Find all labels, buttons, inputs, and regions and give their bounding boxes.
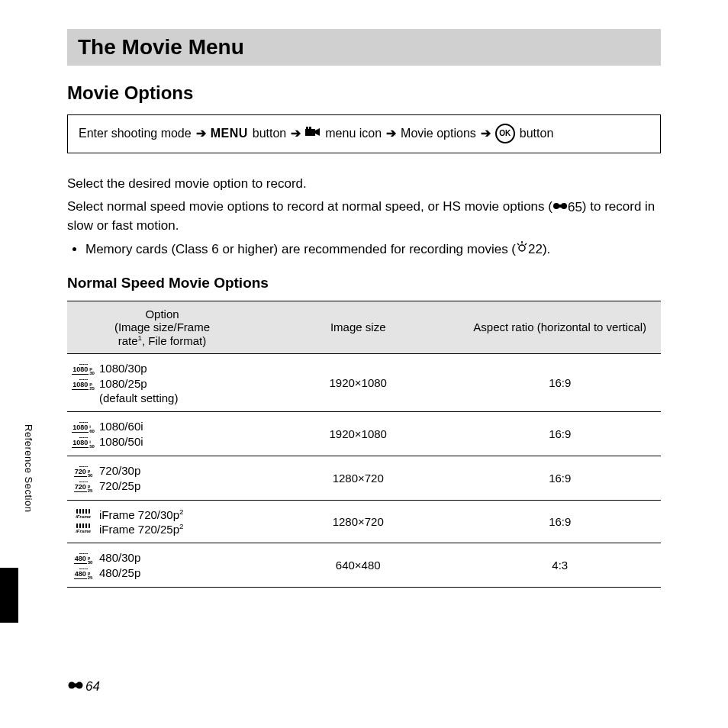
option-label: 1080/25p: [99, 377, 147, 390]
option-label: 1080/60i: [99, 420, 143, 433]
link-icon: [67, 679, 84, 694]
cross-ref-link[interactable]: 65: [552, 198, 582, 217]
side-tab-label: Reference Section: [23, 424, 34, 512]
p2-ref-num: 65: [568, 198, 582, 217]
bullet1-b: ).: [543, 242, 550, 256]
svg-rect-3: [309, 127, 311, 129]
option-line: - - - - -1080i601080/60i: [72, 419, 250, 433]
cell-option: - - - - -480p30480/30p- - - - -480p25480…: [67, 543, 257, 587]
bullet1-ref: 22: [528, 240, 543, 259]
option-label: 1080/30p: [99, 362, 147, 375]
menu-button-label: MENU: [211, 123, 248, 145]
page-number-value: 64: [85, 679, 100, 694]
arrow-icon: ➔: [291, 123, 301, 145]
cell-aspect-ratio: 4:3: [459, 543, 661, 587]
cell-aspect-ratio: 16:9: [459, 500, 661, 543]
cell-aspect-ratio: 16:9: [459, 411, 661, 456]
cell-image-size: 1280×720: [257, 456, 459, 500]
resolution-chip-icon: - - - - -720p25: [72, 478, 95, 493]
option-label: iFrame 720/25p2: [99, 522, 184, 536]
svg-line-10: [525, 243, 527, 245]
iframe-chip-icon: iFrame: [72, 523, 95, 533]
table-row: - - - - -1080i601080/60i- - - - -1080i50…: [67, 411, 661, 456]
option-line: - - - - -1080p301080/30p: [72, 361, 250, 375]
col-header-aspect-ratio: Aspect ratio (horizontal to vertical): [459, 301, 661, 353]
h1-l2c: , File format): [142, 334, 206, 347]
lightbulb-icon: [516, 240, 528, 259]
arrow-icon: ➔: [196, 123, 206, 145]
svg-rect-13: [72, 684, 79, 688]
option-note: (default setting): [72, 391, 250, 404]
arrow-icon: ➔: [481, 123, 491, 145]
table-row: - - - - -480p30480/30p- - - - -480p25480…: [67, 543, 661, 587]
cell-option: - - - - -720p30720/30p- - - - -720p25720…: [67, 456, 257, 500]
table-row: iFrameiFrame 720/30p2iFrameiFrame 720/25…: [67, 500, 661, 543]
cell-image-size: 1280×720: [257, 500, 459, 543]
h1-l1: Option: [145, 308, 179, 321]
resolution-chip-icon: - - - - -1080p25: [72, 376, 95, 391]
cell-aspect-ratio: 16:9: [459, 353, 661, 411]
svg-line-9: [517, 243, 519, 245]
option-line: - - - - -1080p251080/25p: [72, 376, 250, 391]
resolution-chip-icon: - - - - -480p25: [72, 565, 95, 580]
option-label: 480/30p: [99, 551, 140, 564]
option-label: 720/25p: [99, 479, 140, 492]
col-header-option: Option (Image size/Frame rate1, File for…: [67, 301, 257, 353]
resolution-chip-icon: - - - - -1080i50: [72, 434, 95, 449]
svg-rect-0: [305, 129, 315, 136]
svg-rect-6: [556, 205, 564, 208]
subsection-title: Movie Options: [67, 82, 661, 104]
col-header-image-size: Image size: [257, 301, 459, 353]
option-line: iFrameiFrame 720/30p2: [72, 507, 250, 521]
cell-image-size: 1920×1080: [257, 353, 459, 411]
p2-part-a: Select normal speed movie options to rec…: [67, 199, 552, 214]
navigation-path-box: Enter shooting mode ➔ MENU button ➔ menu…: [67, 114, 661, 153]
option-label: 1080/50i: [99, 435, 143, 448]
h1-l2a: (Image size/Frame: [114, 321, 210, 333]
cell-aspect-ratio: 16:9: [459, 456, 661, 500]
h1-l2b: rate: [118, 334, 138, 347]
svg-rect-2: [306, 127, 308, 129]
ok-button-icon: OK: [495, 124, 515, 143]
resolution-chip-icon: - - - - -720p30: [72, 463, 95, 478]
section-title: The Movie Menu: [78, 35, 650, 60]
table-heading: Normal Speed Movie Options: [67, 275, 661, 292]
cross-ref-link[interactable]: 22: [516, 240, 543, 259]
body-text: Select the desired movie option to recor…: [67, 175, 661, 236]
bullet-list: Memory cards (Class 6 or higher) are rec…: [67, 240, 661, 259]
option-label: iFrame 720/30p2: [99, 507, 184, 521]
side-tab-marker: [0, 568, 18, 623]
svg-point-7: [519, 245, 525, 251]
svg-marker-1: [315, 128, 320, 136]
cell-image-size: 1920×1080: [257, 411, 459, 456]
option-line: - - - - -720p30720/30p: [72, 463, 250, 478]
paragraph-1: Select the desired movie option to recor…: [67, 175, 661, 194]
cell-option: - - - - -1080p301080/30p- - - - -1080p25…: [67, 353, 257, 411]
link-icon: [552, 198, 568, 217]
table-row: - - - - -720p30720/30p- - - - -720p25720…: [67, 456, 661, 500]
movie-camera-icon: [305, 123, 321, 145]
movie-options-table: Option (Image size/Frame rate1, File for…: [67, 301, 661, 588]
nav-word-button-2: button: [520, 123, 553, 145]
bullet1-a: Memory cards (Class 6 or higher) are rec…: [85, 242, 516, 256]
resolution-chip-icon: - - - - -480p30: [72, 550, 95, 565]
nav-movie-options: Movie options: [401, 123, 476, 145]
nav-word-menu-icon: menu icon: [325, 123, 382, 145]
cell-option: - - - - -1080i601080/60i- - - - -1080i50…: [67, 411, 257, 456]
option-label: 720/30p: [99, 464, 140, 477]
option-line: - - - - -480p25480/25p: [72, 565, 250, 580]
option-line: iFrameiFrame 720/25p2: [72, 522, 250, 536]
section-title-bar: The Movie Menu: [67, 29, 661, 66]
table-row: - - - - -1080p301080/30p- - - - -1080p25…: [67, 353, 661, 411]
iframe-chip-icon: iFrame: [72, 509, 95, 519]
arrow-icon: ➔: [386, 123, 396, 145]
option-line: - - - - -480p30480/30p: [72, 550, 250, 565]
cell-option: iFrameiFrame 720/30p2iFrameiFrame 720/25…: [67, 500, 257, 543]
cell-image-size: 640×480: [257, 543, 459, 587]
page-number: 64: [67, 679, 100, 694]
paragraph-2: Select normal speed movie options to rec…: [67, 198, 661, 235]
option-label: 480/25p: [99, 566, 140, 579]
option-line: - - - - -1080i501080/50i: [72, 434, 250, 449]
nav-step-start: Enter shooting mode: [79, 123, 192, 145]
option-line: - - - - -720p25720/25p: [72, 478, 250, 493]
